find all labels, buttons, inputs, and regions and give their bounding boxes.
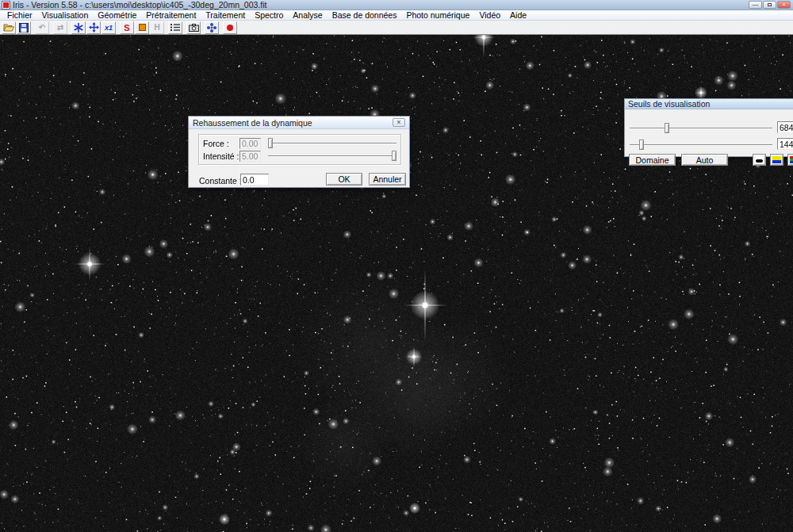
- histogram-button: H: [150, 21, 164, 34]
- low-threshold-field[interactable]: [777, 138, 793, 150]
- save-file-button[interactable]: [17, 21, 31, 34]
- black-white-icon: [755, 156, 764, 163]
- iris-app-window: Iris - Version 5.58 - c:\users\moi\deskt…: [0, 0, 793, 532]
- domaine-button[interactable]: Domaine: [629, 154, 676, 166]
- pan-view-button[interactable]: [86, 21, 101, 34]
- dialog-title: Rehaussement de la dynamique: [193, 118, 393, 128]
- list-icon: [170, 23, 180, 32]
- intensite-slider-track: [268, 155, 396, 157]
- maximize-button[interactable]: [763, 1, 776, 9]
- menu-spectro[interactable]: Spectro: [250, 10, 288, 20]
- menu-video[interactable]: Vidéo: [474, 10, 505, 20]
- undo-button: ↶: [35, 21, 49, 34]
- menu-analyse[interactable]: Analyse: [288, 10, 327, 20]
- dynamic-enhancement-dialog: Rehaussement de la dynamique × Force : I…: [188, 116, 410, 188]
- window-title: Iris - Version 5.58 - c:\users\moi\deskt…: [13, 0, 749, 10]
- high-threshold-track: [630, 128, 772, 129]
- intensite-label: Intensité :: [203, 151, 239, 161]
- high-threshold-field[interactable]: [777, 121, 793, 133]
- menu-aide[interactable]: Aide: [505, 10, 531, 20]
- menu-pretraitement[interactable]: Prétraitement: [141, 10, 201, 20]
- command-console-button[interactable]: [168, 21, 182, 34]
- record-icon: [227, 25, 233, 31]
- sliders-groupbox: Force : Intensité :: [198, 134, 401, 165]
- intensite-slider[interactable]: [268, 150, 398, 162]
- force-slider[interactable]: [268, 137, 398, 149]
- menu-bar: Fichier Visualisation Géométrie Prétrait…: [0, 10, 793, 21]
- dialog-close-button[interactable]: ×: [393, 118, 405, 127]
- full-dynamic-button[interactable]: [71, 21, 86, 34]
- close-button[interactable]: ×: [777, 1, 791, 9]
- intensite-slider-thumb[interactable]: [392, 151, 396, 161]
- ok-button[interactable]: OK: [326, 173, 362, 186]
- force-label: Force :: [203, 139, 239, 148]
- force-slider-track: [268, 143, 396, 144]
- camera-icon: [189, 24, 199, 32]
- camera-acquisition-button[interactable]: [186, 21, 201, 34]
- move-arrows-icon: [89, 22, 99, 33]
- title-bar: Iris - Version 5.58 - c:\users\moi\deskt…: [0, 0, 793, 10]
- low-threshold-slider[interactable]: [630, 139, 772, 151]
- menu-traitement[interactable]: Traitement: [201, 10, 250, 20]
- constante-field[interactable]: [240, 174, 269, 186]
- menu-visualisation[interactable]: Visualisation: [37, 10, 94, 20]
- record-button[interactable]: [223, 21, 237, 34]
- dialog-title-bar[interactable]: Rehaussement de la dynamique ×: [189, 117, 409, 129]
- asterisk-icon: [74, 23, 83, 33]
- adjust-thresholds-button: ⇄: [53, 21, 67, 34]
- thresholds-panel-title: Seuils de visualisation: [628, 99, 710, 109]
- visualization-thresholds-panel: Seuils de visualisation Domaine Auto: [624, 98, 793, 157]
- low-threshold-track: [630, 144, 772, 146]
- menu-photo-numerique[interactable]: Photo numérique: [401, 10, 474, 20]
- annuler-button[interactable]: Annuler: [369, 173, 406, 186]
- high-threshold-thumb[interactable]: [665, 123, 669, 133]
- low-threshold-thumb[interactable]: [639, 140, 644, 150]
- minimize-button[interactable]: —: [749, 1, 762, 9]
- menu-geometrie[interactable]: Géométrie: [93, 10, 141, 20]
- yellow-blue-icon: [772, 156, 781, 163]
- intensite-field: [239, 151, 261, 162]
- app-icon: [2, 2, 10, 9]
- color-palette-button[interactable]: [135, 21, 149, 34]
- blue-flower-icon: [207, 23, 216, 33]
- open-folder-icon: [3, 23, 14, 33]
- thresholds-panel-title-bar[interactable]: Seuils de visualisation: [625, 99, 793, 109]
- rgb-display-button[interactable]: [787, 154, 793, 166]
- save-floppy-icon: [19, 23, 29, 33]
- maximize-icon: [768, 3, 772, 6]
- yellow-blue-display-button[interactable]: [770, 154, 783, 166]
- auto-button[interactable]: Auto: [681, 154, 728, 166]
- zoom-1x-button[interactable]: x1: [102, 21, 116, 34]
- high-threshold-slider[interactable]: [630, 122, 772, 134]
- force-field: [239, 138, 261, 149]
- constante-label: Constante :: [199, 176, 242, 186]
- processing-button[interactable]: [205, 21, 219, 34]
- toolbar: ↶ ⇄ x1 S H: [0, 21, 793, 35]
- menu-base-de-donnees[interactable]: Base de données: [328, 10, 402, 20]
- mono-display-button[interactable]: [753, 154, 766, 166]
- force-slider-thumb[interactable]: [268, 138, 273, 148]
- stretch-button[interactable]: S: [120, 21, 134, 34]
- rgb-icon: [790, 156, 793, 163]
- menu-fichier[interactable]: Fichier: [2, 10, 37, 20]
- orange-square-icon: [139, 24, 146, 31]
- open-file-button[interactable]: [2, 21, 16, 34]
